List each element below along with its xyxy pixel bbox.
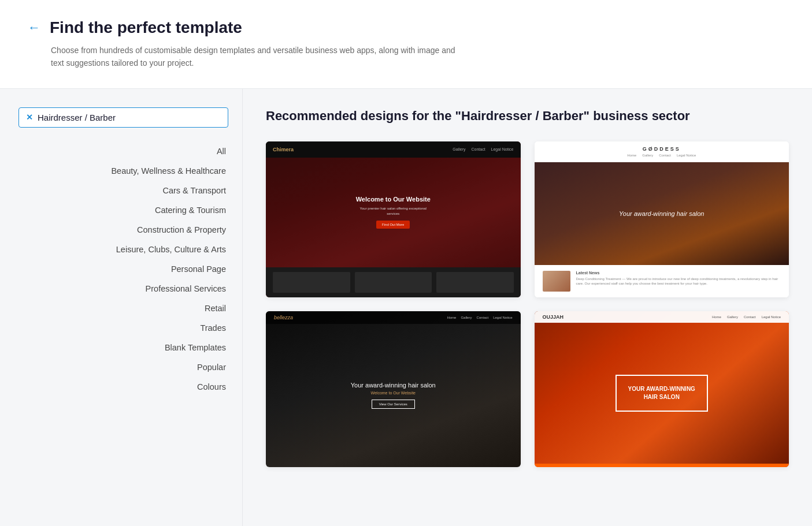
tmpl4-nav-link-home: Home — [712, 315, 721, 319]
tmpl2-background: GØDDESS Home Gallery Contact Legal Notic… — [535, 141, 789, 297]
header-top: ← Find the perfect template — [28, 18, 784, 37]
tmpl3-nav-link-gallery: Gallery — [461, 316, 472, 319]
tmpl1-nav-link-legal: Legal Notice — [491, 147, 514, 151]
sidebar-nav-item-personal[interactable]: Personal Page — [18, 259, 228, 279]
tmpl4-nav: OUJJAH Home Gallery Contact Legal Notice — [535, 311, 789, 323]
tmpl4-box: YOUR AWARD-WINNINGHAIR SALON — [616, 375, 708, 412]
tmpl1-background: Chimera Gallery Contact Legal Notice Wel… — [266, 141, 521, 297]
tmpl1-nav-link-gallery: Gallery — [453, 147, 465, 151]
section-heading: Recommended designs for the "Hairdresser… — [266, 107, 789, 125]
tmpl2-thumb-main — [543, 271, 570, 292]
sidebar-nav-item-beauty[interactable]: Beauty, Wellness & Healthcare — [18, 161, 228, 181]
filter-input-value: Hairdresser / Barber — [38, 113, 116, 122]
tmpl2-section: Latest News Deep Conditioning Treatment … — [535, 265, 789, 297]
tmpl2-nav-link-home: Home — [627, 154, 636, 157]
template-preview-bellezza: bellezza Home Gallery Contact Legal Noti… — [266, 311, 521, 467]
tmpl1-thumb-1 — [273, 272, 350, 293]
sidebar-nav-item-professional[interactable]: Professional Services — [18, 279, 228, 299]
templates-grid: Chimera Gallery Contact Legal Notice Wel… — [266, 141, 789, 467]
sidebar-nav-item-construction[interactable]: Construction & Property — [18, 220, 228, 240]
tmpl1-nav: Chimera Gallery Contact Legal Notice — [266, 141, 521, 158]
sidebar-nav-item-catering[interactable]: Catering & Tourism — [18, 200, 228, 220]
sidebar-nav-item-cars[interactable]: Cars & Transport — [18, 181, 228, 200]
tmpl2-text-col: Latest News Deep Conditioning Treatment … — [576, 271, 781, 286]
tmpl2-nav-link-legal: Legal Notice — [677, 154, 696, 157]
tmpl1-logo: Chimera — [273, 147, 294, 152]
content-area: Recommended designs for the "Hairdresser… — [243, 89, 812, 526]
template-card-goddess[interactable]: GØDDESS Home Gallery Contact Legal Notic… — [535, 141, 789, 297]
sidebar-nav-item-retail[interactable]: Retail — [18, 299, 228, 318]
tmpl4-orange-bar — [535, 464, 789, 467]
header-area: ← Find the perfect template Choose from … — [0, 0, 812, 89]
tmpl4-nav-links: Home Gallery Contact Legal Notice — [712, 315, 781, 319]
tmpl1-body: Welcome to Our Website Your premier hair… — [266, 158, 521, 267]
tmpl2-news-title: Latest News — [576, 271, 781, 275]
filter-input-wrapper[interactable]: ✕ Hairdresser / Barber — [18, 107, 228, 128]
sidebar-nav-item-popular[interactable]: Popular — [18, 357, 228, 377]
tmpl3-sub: Welcome to Our Website — [370, 391, 416, 395]
template-card-chimera[interactable]: Chimera Gallery Contact Legal Notice Wel… — [266, 141, 521, 297]
template-preview-oujah: OUJJAH Home Gallery Contact Legal Notice… — [535, 311, 789, 467]
tmpl1-thumbnails — [266, 267, 521, 297]
tmpl3-hero-text: Your award-winning hair salon — [351, 382, 436, 389]
sidebar-nav-item-blank[interactable]: Blank Templates — [18, 338, 228, 357]
tmpl4-hero: YOUR AWARD-WINNINGHAIR SALON — [535, 323, 789, 464]
tmpl1-nav-link-contact: Contact — [471, 147, 485, 151]
template-card-bellezza[interactable]: bellezza Home Gallery Contact Legal Noti… — [266, 311, 521, 467]
tmpl4-nav-link-contact: Contact — [744, 315, 756, 319]
tmpl2-hero-text: Your award-winning hair salon — [619, 210, 704, 217]
tmpl1-thumb-2 — [355, 272, 432, 293]
tmpl3-nav-link-home: Home — [447, 316, 456, 319]
tmpl2-nav-link-gallery: Gallery — [642, 154, 653, 157]
back-button[interactable]: ← — [28, 20, 40, 35]
page-title: Find the perfect template — [50, 18, 242, 37]
tmpl4-background: OUJJAH Home Gallery Contact Legal Notice… — [535, 311, 789, 467]
tmpl2-logo: GØDDESS — [643, 146, 681, 152]
tmpl3-background: bellezza Home Gallery Contact Legal Noti… — [266, 311, 521, 467]
sidebar-nav-item-leisure[interactable]: Leisure, Clubs, Culture & Arts — [18, 240, 228, 259]
tmpl2-nav-link-contact: Contact — [659, 154, 671, 157]
tmpl1-nav-links: Gallery Contact Legal Notice — [453, 147, 513, 151]
tmpl4-logo: OUJJAH — [543, 314, 564, 320]
tmpl4-nav-link-gallery: Gallery — [727, 315, 738, 319]
template-card-oujah[interactable]: OUJJAH Home Gallery Contact Legal Notice… — [535, 311, 789, 467]
tmpl3-logo: bellezza — [274, 315, 293, 320]
filter-clear-icon[interactable]: ✕ — [26, 113, 33, 122]
sidebar-nav-item-all[interactable]: All — [18, 141, 228, 161]
main-layout: ✕ Hairdresser / Barber AllBeauty, Wellne… — [0, 89, 812, 526]
tmpl1-thumb-3 — [436, 272, 514, 293]
tmpl3-cta-btn: View Our Services — [372, 400, 415, 409]
sidebar-nav: AllBeauty, Wellness & HealthcareCars & T… — [18, 141, 228, 397]
tmpl3-nav-links: Home Gallery Contact Legal Notice — [447, 316, 512, 319]
tmpl3-nav-link-legal: Legal Notice — [493, 316, 512, 319]
tmpl2-nav-links: Home Gallery Contact Legal Notice — [627, 154, 696, 157]
tmpl1-sub: Your premier hair salon offering excepti… — [358, 206, 428, 216]
tmpl3-nav: bellezza Home Gallery Contact Legal Noti… — [266, 311, 521, 324]
tmpl4-nav-link-legal: Legal Notice — [762, 315, 781, 319]
sidebar-nav-item-colours[interactable]: Colours — [18, 377, 228, 397]
template-preview-chimera: Chimera Gallery Contact Legal Notice Wel… — [266, 141, 521, 297]
tmpl2-hero: Your award-winning hair salon — [535, 162, 789, 265]
tmpl3-hero: Your award-winning hair salon Welcome to… — [266, 324, 521, 467]
sidebar-nav-item-trades[interactable]: Trades — [18, 318, 228, 338]
page-subtitle: Choose from hundreds of customisable des… — [51, 44, 455, 70]
tmpl2-news-sub: Deep Conditioning Treatment — We are pro… — [576, 277, 781, 286]
tmpl3-nav-link-contact: Contact — [476, 316, 488, 319]
sidebar: ✕ Hairdresser / Barber AllBeauty, Wellne… — [0, 89, 243, 526]
tmpl2-nav: GØDDESS Home Gallery Contact Legal Notic… — [535, 141, 789, 162]
tmpl1-hero-text: Welcome to Our Website — [356, 196, 431, 203]
template-preview-goddess: GØDDESS Home Gallery Contact Legal Notic… — [535, 141, 789, 297]
tmpl1-cta-btn: Find Out More — [376, 221, 410, 229]
tmpl4-hero-text: YOUR AWARD-WINNINGHAIR SALON — [628, 385, 695, 401]
